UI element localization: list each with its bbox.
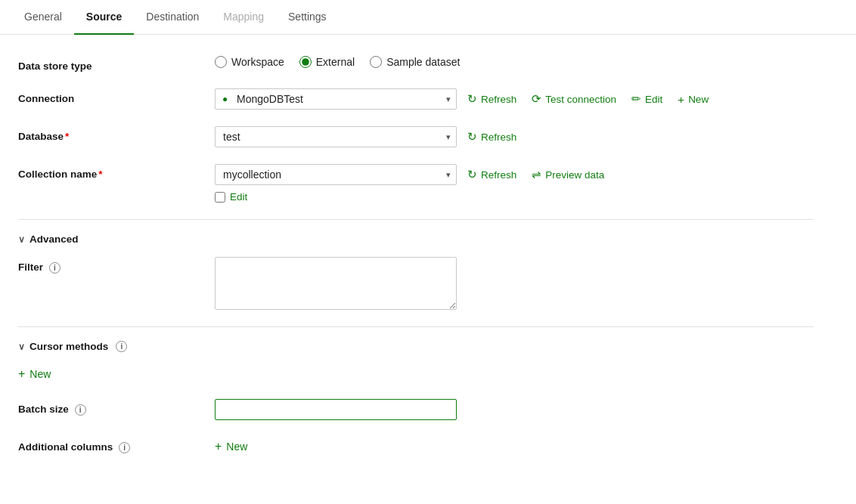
database-label: Database* xyxy=(18,126,215,142)
edit-connection-button[interactable]: ✏ Edit xyxy=(627,89,667,109)
additional-columns-controls: + New xyxy=(215,437,247,456)
radio-sample[interactable]: Sample dataset xyxy=(370,56,460,68)
data-store-type-options: Workspace External Sample dataset xyxy=(215,56,460,68)
connection-refresh-button[interactable]: ↻ Refresh xyxy=(463,89,521,109)
collection-name-select[interactable]: mycollection xyxy=(215,164,457,185)
advanced-section: ∨ Advanced Filter i xyxy=(18,219,814,310)
database-controls: test ▾ ↻ Refresh xyxy=(215,126,521,147)
collection-name-label: Collection name* xyxy=(18,164,215,180)
batch-size-row: Batch size i 100 xyxy=(18,399,814,420)
additional-columns-label: Additional columns i xyxy=(18,437,215,453)
filter-controls xyxy=(215,257,457,310)
cursor-methods-plus-icon: + xyxy=(18,367,25,381)
connection-row: Connection ● MongoDBTest ▾ ↻ Refresh ⟳ T… xyxy=(18,88,814,110)
connection-label: Connection xyxy=(18,88,215,104)
refresh-icon: ↻ xyxy=(467,92,477,106)
batch-size-controls: 100 xyxy=(215,399,457,420)
edit-checkbox[interactable] xyxy=(215,192,225,203)
data-store-type-row: Data store type Workspace External Sampl… xyxy=(18,56,814,72)
edit-icon: ✏ xyxy=(631,92,641,106)
filter-info-icon[interactable]: i xyxy=(49,262,60,274)
edit-checkbox-label[interactable]: Edit xyxy=(230,191,247,203)
database-refresh-button[interactable]: ↻ Refresh xyxy=(463,127,521,147)
tab-destination[interactable]: Destination xyxy=(134,0,211,35)
filter-label: Filter i xyxy=(18,257,215,274)
advanced-header[interactable]: ∨ Advanced xyxy=(18,233,814,245)
tab-general[interactable]: General xyxy=(12,0,74,35)
tab-mapping: Mapping xyxy=(211,0,276,35)
connection-select[interactable]: MongoDBTest xyxy=(215,88,457,110)
preview-icon: ⇌ xyxy=(532,168,541,181)
additional-columns-info-icon[interactable]: i xyxy=(119,442,130,453)
advanced-chevron-icon: ∨ xyxy=(18,234,25,245)
collection-refresh-icon: ↻ xyxy=(467,168,477,181)
new-connection-button[interactable]: + New xyxy=(673,90,713,109)
main-content: Data store type Workspace External Sampl… xyxy=(0,35,832,494)
tabs-bar: General Source Destination Mapping Setti… xyxy=(0,0,856,35)
edit-checkbox-row: Edit xyxy=(215,191,247,203)
batch-size-info-icon[interactable]: i xyxy=(75,404,86,416)
tab-settings[interactable]: Settings xyxy=(276,0,339,35)
test-connection-button[interactable]: ⟳ Test connection xyxy=(527,89,621,109)
data-store-type-label: Data store type xyxy=(18,56,215,72)
collection-name-dropdown-wrapper: mycollection ▾ xyxy=(215,164,457,185)
database-row: Database* test ▾ ↻ Refresh xyxy=(18,126,814,147)
filter-input[interactable] xyxy=(215,257,457,310)
database-dropdown-wrapper: test ▾ xyxy=(215,126,457,147)
cursor-methods-new-button[interactable]: + New xyxy=(18,364,51,384)
cursor-methods-chevron-icon: ∨ xyxy=(18,342,25,352)
preview-data-button[interactable]: ⇌ Preview data xyxy=(527,165,609,184)
test-connection-icon: ⟳ xyxy=(532,92,541,106)
collection-name-controls: mycollection ▾ ↻ Refresh ⇌ Preview data … xyxy=(215,164,609,203)
connection-dropdown-wrapper: ● MongoDBTest ▾ xyxy=(215,88,457,110)
collection-name-row: Collection name* mycollection ▾ ↻ Refres… xyxy=(18,164,814,203)
batch-size-label: Batch size i xyxy=(18,399,215,416)
cursor-methods-header[interactable]: ∨ Cursor methods i xyxy=(18,341,814,352)
tab-source[interactable]: Source xyxy=(74,0,134,35)
filter-row: Filter i xyxy=(18,257,814,310)
additional-columns-row: Additional columns i + New xyxy=(18,437,814,456)
radio-external[interactable]: External xyxy=(299,56,355,68)
additional-columns-new-button[interactable]: + New xyxy=(215,437,247,456)
cursor-methods-section: ∨ Cursor methods i + New xyxy=(18,326,814,384)
database-refresh-icon: ↻ xyxy=(467,130,477,144)
connection-controls: ● MongoDBTest ▾ ↻ Refresh ⟳ Test connect… xyxy=(215,88,713,110)
cursor-methods-info-icon[interactable]: i xyxy=(116,341,127,352)
collection-refresh-button[interactable]: ↻ Refresh xyxy=(463,165,521,184)
database-select[interactable]: test xyxy=(215,126,457,147)
batch-size-input[interactable]: 100 xyxy=(215,399,457,420)
plus-icon: + xyxy=(678,93,684,106)
radio-workspace[interactable]: Workspace xyxy=(215,56,284,68)
additional-columns-plus-icon: + xyxy=(215,440,222,453)
